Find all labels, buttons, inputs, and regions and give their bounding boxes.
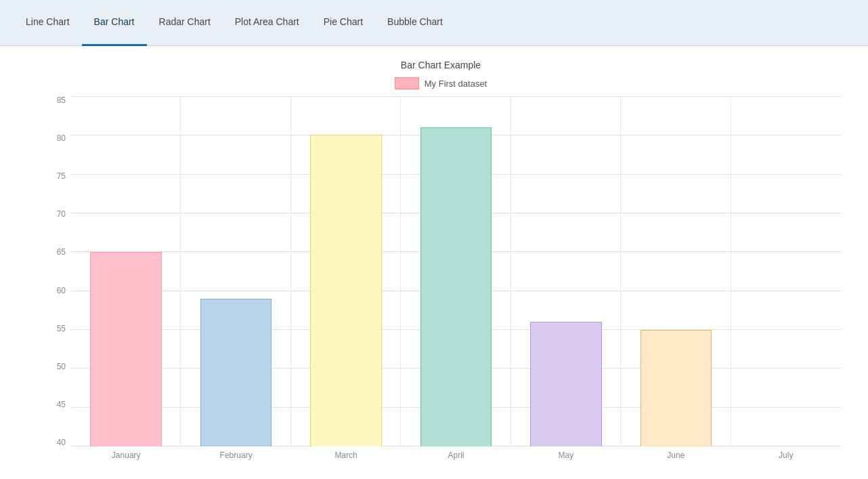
- bar-group-march: [291, 96, 401, 446]
- chart-title: Bar Chart Example: [401, 60, 481, 70]
- y-axis: 40455055606570758085: [41, 96, 71, 465]
- x-label-february: February: [181, 446, 290, 465]
- legend-label: My First dataset: [425, 79, 487, 89]
- bar-group-july: [731, 96, 841, 446]
- bar-june: [641, 330, 712, 446]
- grid-and-bars: [71, 96, 841, 446]
- y-label: 70: [41, 210, 66, 218]
- bars-container: [71, 96, 841, 446]
- x-label-march: March: [291, 446, 401, 465]
- x-label-may: May: [511, 446, 621, 465]
- y-label: 50: [41, 362, 66, 371]
- y-label: 40: [41, 438, 66, 446]
- tab-plot-area-chart[interactable]: Plot Area Chart: [223, 0, 311, 46]
- bar-group-june: [621, 96, 731, 446]
- chart-container: Bar Chart Example My First dataset 40455…: [0, 46, 868, 479]
- bar-january: [90, 252, 162, 446]
- bar-april: [420, 127, 492, 446]
- bar-group-april: [401, 96, 511, 446]
- tab-radar-chart[interactable]: Radar Chart: [147, 0, 223, 46]
- bar-group-may: [511, 96, 621, 446]
- tab-bar-chart[interactable]: Bar Chart: [82, 0, 147, 46]
- tab-line-chart[interactable]: Line Chart: [14, 0, 82, 46]
- y-label: 65: [41, 248, 66, 256]
- legend-color-box: [395, 77, 419, 89]
- bar-group-february: [181, 96, 290, 446]
- plot-area: JanuaryFebruaryMarchAprilMayJuneJuly: [71, 96, 841, 465]
- bar-group-january: [71, 96, 181, 446]
- chart-wrapper: 40455055606570758085 JanuaryFebruaryMarc…: [41, 96, 841, 465]
- x-label-july: July: [731, 446, 841, 465]
- tab-pie-chart[interactable]: Pie Chart: [311, 0, 375, 46]
- bar-february: [200, 299, 272, 446]
- y-label: 80: [41, 134, 66, 142]
- chart-legend: My First dataset: [395, 77, 487, 89]
- y-label: 85: [41, 96, 66, 104]
- y-label: 45: [41, 400, 66, 409]
- x-label-january: January: [71, 446, 181, 465]
- bar-may: [530, 322, 602, 446]
- y-label: 55: [41, 325, 66, 333]
- tab-bubble-chart[interactable]: Bubble Chart: [375, 0, 455, 46]
- y-label: 75: [41, 172, 66, 180]
- x-axis: JanuaryFebruaryMarchAprilMayJuneJuly: [71, 446, 841, 465]
- x-label-april: April: [401, 446, 511, 465]
- tab-bar: Line ChartBar ChartRadar ChartPlot Area …: [0, 0, 868, 46]
- y-label: 60: [41, 287, 66, 295]
- x-label-june: June: [621, 446, 731, 465]
- bar-march: [310, 135, 382, 446]
